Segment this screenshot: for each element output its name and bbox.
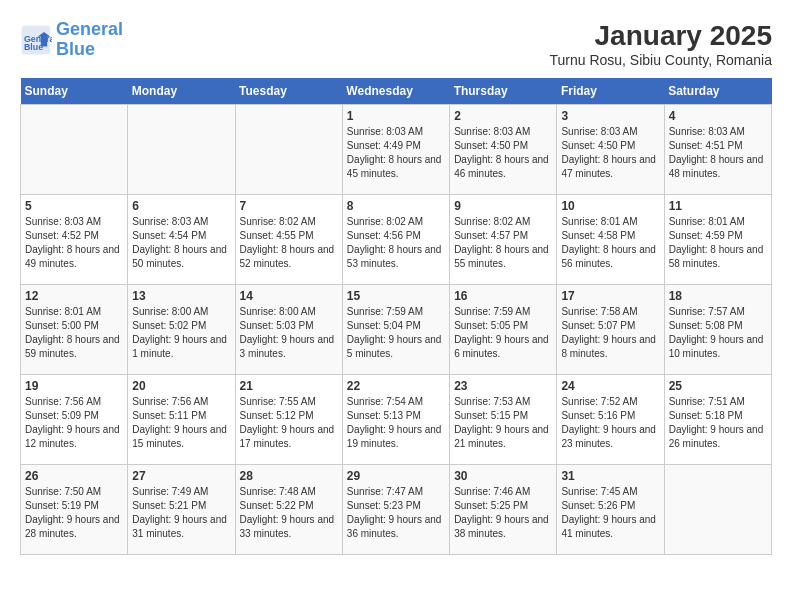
day-cell: 4Sunrise: 8:03 AM Sunset: 4:51 PM Daylig… [664, 105, 771, 195]
header-thursday: Thursday [450, 78, 557, 105]
day-cell: 21Sunrise: 7:55 AM Sunset: 5:12 PM Dayli… [235, 375, 342, 465]
day-number: 30 [454, 469, 552, 483]
day-number: 19 [25, 379, 123, 393]
day-info: Sunrise: 7:45 AM Sunset: 5:26 PM Dayligh… [561, 485, 659, 541]
day-info: Sunrise: 7:51 AM Sunset: 5:18 PM Dayligh… [669, 395, 767, 451]
day-cell [235, 105, 342, 195]
calendar-table: SundayMondayTuesdayWednesdayThursdayFrid… [20, 78, 772, 555]
day-cell: 31Sunrise: 7:45 AM Sunset: 5:26 PM Dayli… [557, 465, 664, 555]
day-info: Sunrise: 8:02 AM Sunset: 4:55 PM Dayligh… [240, 215, 338, 271]
day-cell: 3Sunrise: 8:03 AM Sunset: 4:50 PM Daylig… [557, 105, 664, 195]
day-cell: 8Sunrise: 8:02 AM Sunset: 4:56 PM Daylig… [342, 195, 449, 285]
day-number: 15 [347, 289, 445, 303]
day-number: 16 [454, 289, 552, 303]
header-sunday: Sunday [21, 78, 128, 105]
day-number: 4 [669, 109, 767, 123]
title-block: January 2025 Turnu Rosu, Sibiu County, R… [549, 20, 772, 68]
day-number: 26 [25, 469, 123, 483]
day-cell: 12Sunrise: 8:01 AM Sunset: 5:00 PM Dayli… [21, 285, 128, 375]
day-info: Sunrise: 8:00 AM Sunset: 5:02 PM Dayligh… [132, 305, 230, 361]
day-number: 22 [347, 379, 445, 393]
day-cell: 13Sunrise: 8:00 AM Sunset: 5:02 PM Dayli… [128, 285, 235, 375]
day-cell: 20Sunrise: 7:56 AM Sunset: 5:11 PM Dayli… [128, 375, 235, 465]
day-cell [21, 105, 128, 195]
day-info: Sunrise: 7:59 AM Sunset: 5:04 PM Dayligh… [347, 305, 445, 361]
day-cell: 23Sunrise: 7:53 AM Sunset: 5:15 PM Dayli… [450, 375, 557, 465]
day-number: 23 [454, 379, 552, 393]
week-row-2: 5Sunrise: 8:03 AM Sunset: 4:52 PM Daylig… [21, 195, 772, 285]
svg-text:Blue: Blue [24, 42, 43, 52]
day-info: Sunrise: 7:55 AM Sunset: 5:12 PM Dayligh… [240, 395, 338, 451]
day-info: Sunrise: 7:56 AM Sunset: 5:11 PM Dayligh… [132, 395, 230, 451]
day-info: Sunrise: 8:02 AM Sunset: 4:56 PM Dayligh… [347, 215, 445, 271]
day-number: 11 [669, 199, 767, 213]
day-cell: 10Sunrise: 8:01 AM Sunset: 4:58 PM Dayli… [557, 195, 664, 285]
day-number: 10 [561, 199, 659, 213]
day-cell: 29Sunrise: 7:47 AM Sunset: 5:23 PM Dayli… [342, 465, 449, 555]
day-cell: 9Sunrise: 8:02 AM Sunset: 4:57 PM Daylig… [450, 195, 557, 285]
logo: General Blue General Blue [20, 20, 123, 60]
calendar-subtitle: Turnu Rosu, Sibiu County, Romania [549, 52, 772, 68]
day-number: 9 [454, 199, 552, 213]
day-info: Sunrise: 8:03 AM Sunset: 4:51 PM Dayligh… [669, 125, 767, 181]
header-wednesday: Wednesday [342, 78, 449, 105]
day-number: 31 [561, 469, 659, 483]
day-cell: 2Sunrise: 8:03 AM Sunset: 4:50 PM Daylig… [450, 105, 557, 195]
day-info: Sunrise: 8:00 AM Sunset: 5:03 PM Dayligh… [240, 305, 338, 361]
day-info: Sunrise: 7:57 AM Sunset: 5:08 PM Dayligh… [669, 305, 767, 361]
day-cell: 6Sunrise: 8:03 AM Sunset: 4:54 PM Daylig… [128, 195, 235, 285]
day-cell: 1Sunrise: 8:03 AM Sunset: 4:49 PM Daylig… [342, 105, 449, 195]
day-cell: 27Sunrise: 7:49 AM Sunset: 5:21 PM Dayli… [128, 465, 235, 555]
header-saturday: Saturday [664, 78, 771, 105]
day-number: 29 [347, 469, 445, 483]
day-cell [128, 105, 235, 195]
day-info: Sunrise: 7:49 AM Sunset: 5:21 PM Dayligh… [132, 485, 230, 541]
day-info: Sunrise: 8:03 AM Sunset: 4:52 PM Dayligh… [25, 215, 123, 271]
day-number: 24 [561, 379, 659, 393]
logo-text: General Blue [56, 20, 123, 60]
day-cell: 16Sunrise: 7:59 AM Sunset: 5:05 PM Dayli… [450, 285, 557, 375]
day-number: 13 [132, 289, 230, 303]
day-cell: 17Sunrise: 7:58 AM Sunset: 5:07 PM Dayli… [557, 285, 664, 375]
day-cell: 28Sunrise: 7:48 AM Sunset: 5:22 PM Dayli… [235, 465, 342, 555]
day-info: Sunrise: 7:54 AM Sunset: 5:13 PM Dayligh… [347, 395, 445, 451]
day-number: 3 [561, 109, 659, 123]
day-info: Sunrise: 7:48 AM Sunset: 5:22 PM Dayligh… [240, 485, 338, 541]
day-cell [664, 465, 771, 555]
day-info: Sunrise: 7:58 AM Sunset: 5:07 PM Dayligh… [561, 305, 659, 361]
day-number: 7 [240, 199, 338, 213]
day-number: 17 [561, 289, 659, 303]
day-number: 14 [240, 289, 338, 303]
header-monday: Monday [128, 78, 235, 105]
logo-icon: General Blue [20, 24, 52, 56]
day-cell: 22Sunrise: 7:54 AM Sunset: 5:13 PM Dayli… [342, 375, 449, 465]
day-info: Sunrise: 8:03 AM Sunset: 4:54 PM Dayligh… [132, 215, 230, 271]
day-number: 1 [347, 109, 445, 123]
day-info: Sunrise: 8:01 AM Sunset: 4:59 PM Dayligh… [669, 215, 767, 271]
calendar-header-row: SundayMondayTuesdayWednesdayThursdayFrid… [21, 78, 772, 105]
day-info: Sunrise: 8:03 AM Sunset: 4:49 PM Dayligh… [347, 125, 445, 181]
day-cell: 7Sunrise: 8:02 AM Sunset: 4:55 PM Daylig… [235, 195, 342, 285]
day-info: Sunrise: 7:53 AM Sunset: 5:15 PM Dayligh… [454, 395, 552, 451]
day-number: 28 [240, 469, 338, 483]
day-number: 20 [132, 379, 230, 393]
day-cell: 18Sunrise: 7:57 AM Sunset: 5:08 PM Dayli… [664, 285, 771, 375]
day-cell: 14Sunrise: 8:00 AM Sunset: 5:03 PM Dayli… [235, 285, 342, 375]
day-number: 21 [240, 379, 338, 393]
calendar-title: January 2025 [549, 20, 772, 52]
day-info: Sunrise: 7:46 AM Sunset: 5:25 PM Dayligh… [454, 485, 552, 541]
day-info: Sunrise: 8:03 AM Sunset: 4:50 PM Dayligh… [454, 125, 552, 181]
day-info: Sunrise: 8:01 AM Sunset: 4:58 PM Dayligh… [561, 215, 659, 271]
day-cell: 15Sunrise: 7:59 AM Sunset: 5:04 PM Dayli… [342, 285, 449, 375]
day-info: Sunrise: 8:02 AM Sunset: 4:57 PM Dayligh… [454, 215, 552, 271]
day-cell: 24Sunrise: 7:52 AM Sunset: 5:16 PM Dayli… [557, 375, 664, 465]
day-number: 27 [132, 469, 230, 483]
day-info: Sunrise: 8:03 AM Sunset: 4:50 PM Dayligh… [561, 125, 659, 181]
day-info: Sunrise: 7:50 AM Sunset: 5:19 PM Dayligh… [25, 485, 123, 541]
day-info: Sunrise: 7:56 AM Sunset: 5:09 PM Dayligh… [25, 395, 123, 451]
day-cell: 11Sunrise: 8:01 AM Sunset: 4:59 PM Dayli… [664, 195, 771, 285]
header-tuesday: Tuesday [235, 78, 342, 105]
day-number: 6 [132, 199, 230, 213]
day-number: 5 [25, 199, 123, 213]
day-cell: 25Sunrise: 7:51 AM Sunset: 5:18 PM Dayli… [664, 375, 771, 465]
